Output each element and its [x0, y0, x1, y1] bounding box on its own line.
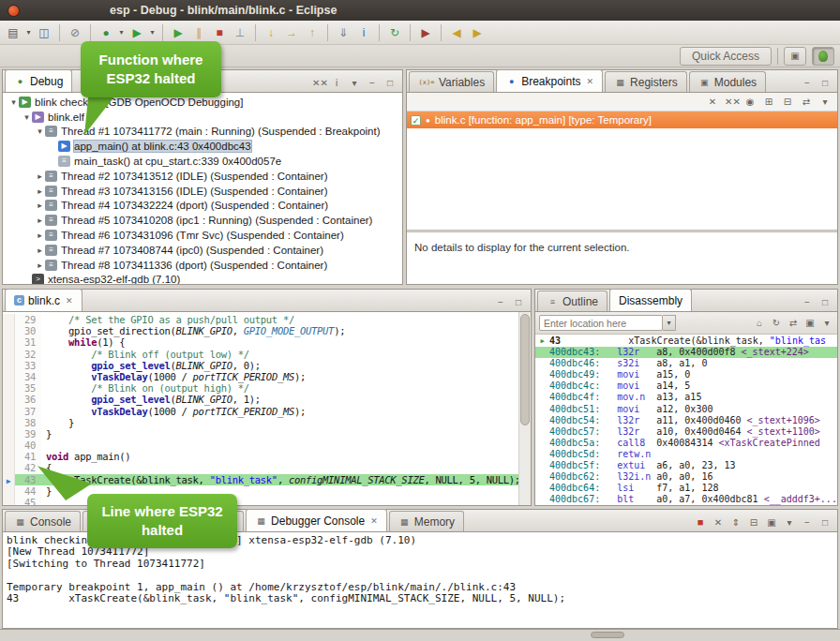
new-icon[interactable]: ▤ [4, 23, 22, 42]
suspend-icon[interactable]: ∥ [189, 23, 208, 42]
annotation-ruler[interactable] [3, 497, 15, 505]
disassembly-row[interactable]: 400dbc51: movia12, 0x300 [535, 404, 837, 415]
run-icon[interactable]: ▶ [128, 23, 146, 42]
disassembly-row[interactable]: 400dbc5f: extuia6, a0, 23, 13 [535, 460, 837, 471]
show-supported-breakpoints-icon[interactable]: ◉ [743, 97, 757, 107]
line-number[interactable]: 35 [15, 382, 41, 394]
annotation-ruler[interactable] [3, 394, 15, 405]
tree-row[interactable]: ▶app_main() at blink.c:43 0x400dbc43 [3, 139, 402, 154]
terminate-icon[interactable]: ■ [210, 23, 229, 42]
tree-row[interactable]: ▸≡Thread #2 1073413512 (IDLE) (Suspended… [3, 169, 402, 184]
scroll-lock-icon[interactable]: ⇕ [729, 517, 742, 528]
remove-breakpoint-icon[interactable]: ✕ [706, 97, 719, 107]
expander-icon[interactable]: ▸ [35, 261, 45, 270]
view-menu-icon[interactable]: ▾ [783, 517, 796, 528]
tree-row[interactable]: ▸≡Thread #3 1073413156 (IDLE) (Suspended… [3, 184, 402, 199]
line-number[interactable]: 45 [15, 497, 41, 505]
expander-icon[interactable]: ▸ [35, 171, 45, 181]
annotation-ruler[interactable]: ▶ [3, 474, 15, 485]
annotation-ruler[interactable] [3, 428, 15, 440]
tab-console[interactable]: ▦Console [5, 511, 81, 531]
code-line-33[interactable]: 33 gpio_set_level(BLINK_GPIO, 0); [3, 360, 518, 371]
tab-outline[interactable]: ≡Outline [537, 291, 608, 311]
view-menu-icon[interactable]: ▾ [348, 78, 361, 88]
minimize-icon[interactable]: − [801, 78, 814, 88]
disassembly-row[interactable]: 400dbc57: l32ra10, 0x400d0464 <_stext+11… [535, 426, 837, 438]
annotation-ruler[interactable] [3, 406, 15, 417]
run-menu-icon[interactable]: ▾ [148, 23, 157, 42]
expand-all-icon[interactable]: ⊞ [762, 97, 775, 107]
debug-perspective-button[interactable] [812, 47, 834, 66]
close-icon[interactable]: ✕ [370, 516, 378, 526]
quick-access-button[interactable]: Quick Access [680, 47, 772, 66]
refresh-icon[interactable]: ↻ [770, 318, 783, 328]
instruction-stepping-icon[interactable]: i [330, 78, 343, 88]
annotation-ruler[interactable] [3, 336, 15, 348]
code-line-38[interactable]: 38 } [3, 417, 518, 428]
tab-memory[interactable]: ▦Memory [389, 511, 464, 531]
tree-row[interactable]: ▸≡Thread #6 1073431096 (Tmr Svc) (Suspen… [3, 228, 402, 243]
tree-row[interactable]: ▸≡Thread #5 1073410208 (ipc1 : Running) … [3, 213, 402, 228]
instruction-stepping-icon[interactable]: i [354, 23, 373, 42]
expander-icon[interactable]: ▸ [35, 231, 45, 240]
code-line-41[interactable]: 41void app_main() [3, 451, 518, 462]
line-number[interactable]: 42 [15, 462, 41, 473]
tree-row[interactable]: ▾▶blink.elf [3, 110, 402, 125]
tab-variables[interactable]: (x)=Variables [409, 71, 494, 92]
annotation-ruler[interactable] [3, 485, 15, 497]
external-tools-icon[interactable]: ▶ [416, 23, 435, 42]
clear-console-icon[interactable]: ⊟ [747, 517, 760, 528]
tree-row[interactable]: ≡main_task() at cpu_start.c:339 0x400d05… [3, 154, 402, 169]
disassembly-row[interactable]: 400dbc5a: call80x40084314 <xTaskCreatePi… [535, 438, 837, 449]
back-icon[interactable]: ◀ [447, 23, 466, 42]
disassembly-row[interactable]: 400dbc43: l32ra8, 0x400d00f8 <_stext+224… [535, 347, 837, 358]
disassembly-row[interactable]: 400dbc67: blta0, a7, 0x400dbc81 <__adddf… [535, 494, 837, 505]
debug-menu-icon[interactable]: ▾ [117, 23, 126, 42]
step-over-icon[interactable]: → [282, 23, 301, 42]
tree-row[interactable]: ▾≡Thread #1 1073411772 (main : Running) … [3, 125, 402, 140]
editor-vertical-scrollbar[interactable] [518, 312, 531, 505]
expander-icon[interactable]: ▾ [8, 97, 19, 107]
pin-console-icon[interactable]: ▣ [765, 517, 778, 528]
drop-to-frame-icon[interactable]: ⇓ [334, 23, 352, 42]
tree-row[interactable]: ▸≡Thread #8 1073411336 (dport) (Suspende… [3, 258, 402, 273]
tree-row[interactable]: ▸≡Thread #4 1073432224 (dport) (Suspende… [3, 199, 402, 214]
link-with-debug-icon[interactable]: ⇄ [800, 97, 813, 107]
tree-row[interactable]: ▸≡Thread #7 1073408744 (ipc0) (Suspended… [3, 243, 402, 258]
disassembly-row[interactable]: 400dbc4c: movia14, 5 [535, 380, 837, 392]
expander-icon[interactable]: ▸ [35, 246, 45, 255]
maximize-icon[interactable]: □ [818, 78, 832, 88]
restart-icon[interactable]: ↻ [385, 23, 404, 42]
annotation-ruler[interactable] [3, 382, 15, 394]
remove-console-icon[interactable]: ✕ [712, 517, 725, 528]
line-number[interactable]: 37 [15, 406, 41, 417]
code-line-45[interactable]: 45 [3, 497, 518, 505]
line-number[interactable]: 30 [15, 325, 41, 336]
expander-icon[interactable]: ▾ [35, 127, 45, 136]
code-line-37[interactable]: 37 vTaskDelay(1000 / portTICK_PERIOD_MS)… [3, 406, 518, 417]
new-menu-icon[interactable]: ▾ [24, 23, 33, 42]
annotation-ruler[interactable] [3, 314, 15, 325]
disassembly-row[interactable]: 400dbc54: l32ra11, 0x400d0460 <_stext+10… [535, 415, 837, 426]
expander-icon[interactable]: ▾ [22, 112, 32, 122]
tab-registers[interactable]: ▦Registers [605, 71, 687, 92]
go-to-pc-icon[interactable]: ⌂ [753, 318, 766, 328]
save-icon[interactable]: ◫ [35, 23, 53, 42]
breakpoint-row[interactable]: ✓ ● blink.c [function: app_main] [type: … [407, 112, 837, 128]
code-line-39[interactable]: 39} [3, 428, 518, 440]
resume-icon[interactable]: ▶ [169, 23, 188, 42]
annotation-ruler[interactable] [3, 462, 15, 473]
tree-row[interactable]: >xtensa-esp32-elf-gdb (7.10) [3, 273, 402, 284]
step-return-icon[interactable]: ↑ [303, 23, 322, 42]
annotation-ruler[interactable] [3, 451, 15, 462]
maximize-icon[interactable]: □ [818, 517, 832, 528]
disassembly-row[interactable]: 400dbc4f: mov.na13, a15 [535, 392, 837, 403]
skip-all-breakpoints-icon[interactable]: ⊘ [66, 23, 84, 42]
expander-icon[interactable]: ▸ [35, 216, 45, 225]
view-menu-icon[interactable]: ▾ [818, 97, 832, 107]
minimize-icon[interactable]: − [366, 78, 379, 88]
code-line-42[interactable]: 42{ [3, 462, 518, 473]
line-number[interactable]: 40 [15, 440, 41, 451]
annotation-ruler[interactable] [3, 325, 15, 336]
debug-tree[interactable]: ▾▶blink checking [GDB OpenOCD Debugging]… [3, 93, 402, 284]
